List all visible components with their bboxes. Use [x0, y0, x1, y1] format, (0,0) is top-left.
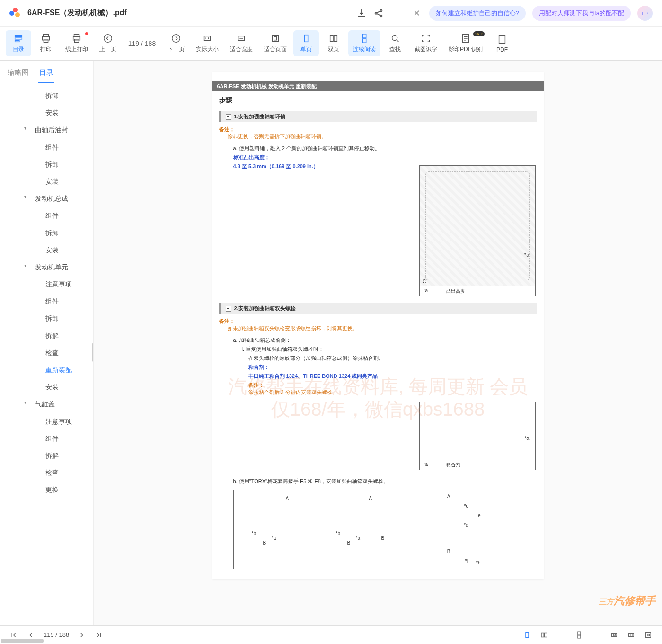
tab-thumbnails[interactable]: 缩略图: [7, 65, 30, 83]
last-page-icon[interactable]: [95, 631, 103, 639]
svg-rect-26: [526, 632, 529, 637]
next-button[interactable]: 下一页: [163, 30, 189, 56]
suggestion-chip-1[interactable]: 如何建立和维护自己的自信心?: [429, 6, 526, 21]
view-double-icon[interactable]: [540, 631, 548, 639]
brand-watermark: 三方汽修帮手: [599, 594, 655, 608]
prev-button[interactable]: 上一页: [95, 30, 121, 56]
toc-button[interactable]: 目录: [6, 30, 31, 56]
tree-item[interactable]: 曲轴后油封: [0, 121, 93, 138]
tree-item[interactable]: 发动机单元: [0, 259, 93, 276]
online-print-button[interactable]: 线上打印: [61, 30, 93, 56]
single-button[interactable]: 单页: [293, 30, 319, 56]
pdf-page: 6AR-FSE 发动机机械 发动机单元 重新装配 步骤 −1.安装加强曲轴箱环销…: [212, 72, 544, 579]
first-page-icon[interactable]: [9, 631, 18, 639]
title-bar: 6AR-FSE（发动机机械）.pdf ✕ 如何建立和维护自己的自信心? 用配对大…: [0, 0, 662, 27]
share-icon[interactable]: [373, 8, 384, 18]
ocr-crop-button[interactable]: 截图识字: [410, 30, 442, 56]
print-button[interactable]: 打印: [33, 30, 59, 56]
tree-item[interactable]: 发动机总成: [0, 190, 93, 207]
download-icon[interactable]: [356, 8, 367, 18]
outline-tree: 拆卸安装曲轴后油封组件拆卸安装发动机总成组件拆卸安装发动机单元注意事项组件拆卸拆…: [0, 83, 93, 502]
tree-item[interactable]: 注意事项: [0, 276, 93, 293]
svg-rect-30: [578, 635, 581, 638]
note-text: 除非更换，否则无需拆下加强曲轴箱环销。: [219, 133, 537, 143]
figure-1-caption: *a凸出高度: [419, 286, 536, 296]
close-chips-icon[interactable]: ✕: [411, 8, 423, 19]
figure-3: *b B *a A *b B *a A B A *c *d *e B: [233, 490, 536, 569]
svg-rect-20: [334, 36, 337, 42]
svg-rect-3: [15, 36, 22, 37]
svg-rect-8: [44, 39, 48, 42]
horizontal-scrollbar[interactable]: [1, 639, 44, 643]
bottom-page-indicator: 119 / 188: [44, 631, 69, 638]
tab-outline[interactable]: 目录: [38, 65, 54, 83]
tree-item[interactable]: 重新装配: [0, 361, 93, 378]
svg-rect-22: [362, 39, 366, 43]
find-button[interactable]: 查找: [382, 30, 408, 56]
tree-item[interactable]: 更换: [0, 481, 93, 498]
step-1a: a. 使用塑料锤，敲入 2 个新的加强曲轴箱环销直到其停止移动。: [219, 145, 537, 152]
svg-rect-19: [330, 36, 333, 42]
tree-item[interactable]: 组件: [0, 139, 93, 156]
svg-rect-34: [646, 632, 651, 637]
cont-button[interactable]: 连续阅读: [348, 30, 380, 56]
tree-item[interactable]: 安装: [0, 173, 93, 190]
bond-label: 粘合剂：: [219, 364, 537, 371]
suggestion-chip-2[interactable]: 用配对大师测下我与ta的配不配: [532, 6, 631, 21]
tree-item[interactable]: 拆卸: [0, 156, 93, 173]
svg-point-1: [380, 9, 382, 11]
svg-rect-4: [15, 38, 22, 39]
step-2a-i: i. 重复使用加强曲轴箱双头螺栓时：: [219, 346, 537, 353]
tree-item[interactable]: 组件: [0, 430, 93, 447]
tree-item[interactable]: 组件: [0, 207, 93, 224]
step-1-header: −1.安装加强曲轴箱环销: [219, 111, 537, 122]
tree-item[interactable]: 气缸盖: [0, 395, 93, 412]
double-button[interactable]: 双页: [321, 30, 346, 56]
zoom-fitp-icon[interactable]: [644, 631, 653, 639]
zoom-actual-icon[interactable]: 1:1: [610, 631, 618, 639]
svg-point-2: [380, 15, 382, 17]
tree-item[interactable]: 拆解: [0, 327, 93, 344]
fitp-button[interactable]: 适合页面: [259, 30, 291, 56]
note2-label: 备注：: [219, 318, 537, 325]
tree-item[interactable]: 检查: [0, 464, 93, 481]
tree-item[interactable]: 安装: [0, 378, 93, 395]
svg-rect-35: [647, 634, 650, 636]
svg-rect-17: [274, 36, 277, 40]
svg-rect-16: [273, 36, 279, 42]
step-2b: b. 使用"TORX"梅花套筒扳手 E5 和 E8，安装加强曲轴箱双头螺栓。: [219, 478, 537, 485]
tree-item[interactable]: 检查: [0, 344, 93, 361]
tree-item[interactable]: 安装: [0, 104, 93, 121]
view-single-icon[interactable]: [523, 631, 531, 639]
tree-item[interactable]: 注意事项: [0, 413, 93, 430]
app-logo: [9, 8, 21, 19]
svg-point-13: [172, 35, 180, 43]
next-page-icon[interactable]: [78, 631, 86, 639]
actual-button[interactable]: 实际大小: [191, 30, 223, 56]
toolbar: 目录打印线上打印上一页119 / 188下一页实际大小适合宽度适合页面单页双页连…: [0, 27, 662, 61]
zoom-fitw-icon[interactable]: [627, 631, 636, 639]
svg-rect-5: [15, 41, 19, 42]
tree-item[interactable]: 拆卸: [0, 310, 93, 327]
svg-point-23: [392, 36, 397, 41]
pdf-button[interactable]: PDF: [489, 31, 515, 56]
document-title: 6AR-FSE（发动机机械）.pdf: [27, 8, 127, 18]
view-continuous-icon[interactable]: [575, 631, 583, 639]
content-area[interactable]: 6AR-FSE 发动机机械 发动机单元 重新装配 步骤 −1.安装加强曲轴箱环销…: [94, 61, 662, 625]
tree-item[interactable]: 安装: [0, 242, 93, 259]
tree-item[interactable]: 拆卸: [0, 224, 93, 242]
step-2a-i2: 在双头螺栓的螺纹部分（加强曲轴箱总成侧）涂抹粘合剂。: [219, 355, 537, 362]
avatar[interactable]: Hi ›: [637, 6, 653, 21]
bond-value: 丰田纯正粘合剂 1324、THREE BOND 1324 或同类产品: [219, 373, 537, 380]
prev-page-icon[interactable]: [26, 631, 35, 639]
tree-item[interactable]: 拆卸: [0, 87, 93, 104]
note-label: 备注：: [219, 126, 537, 133]
ocr-pdf-button[interactable]: 影印PDF识别SVIP: [444, 30, 487, 56]
note3-text: 涂抹粘合剂后 3 分钟内安装双头螺栓。: [219, 389, 537, 399]
steps-heading: 步骤: [219, 96, 537, 105]
fitw-button[interactable]: 适合宽度: [225, 30, 257, 56]
tree-item[interactable]: 拆解: [0, 447, 93, 464]
page-indicator: 119 / 188: [123, 40, 161, 47]
bottom-bar: 119 / 188 1:1: [0, 625, 662, 644]
tree-item[interactable]: 组件: [0, 293, 93, 310]
